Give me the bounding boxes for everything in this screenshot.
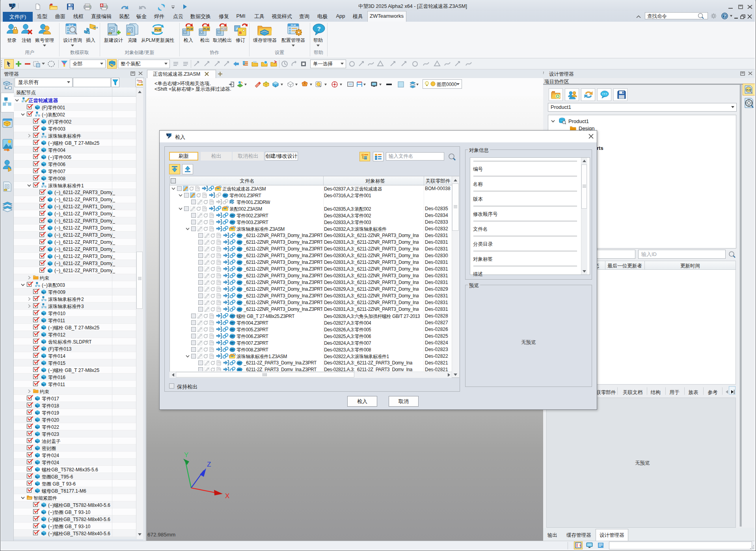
svg-text:Y: Y [184,452,188,459]
svg-text:PLM: PLM [93,26,98,29]
svg-text:T: T [579,544,581,547]
svg-text:PLM: PLM [203,28,209,30]
svg-text:X: X [225,492,229,500]
svg-text:?: ? [723,14,726,19]
svg-text:Z: Z [207,461,211,468]
svg-text:?: ? [317,25,320,32]
svg-text:PLM: PLM [746,89,751,91]
svg-text:PLM: PLM [155,28,161,32]
svg-text:PLM: PLM [4,189,7,191]
svg-text:PLM: PLM [187,28,193,30]
svg-text:PLM: PLM [221,28,227,30]
svg-text:PLM: PLM [108,32,112,34]
svg-text:B: B [239,31,242,35]
svg-text:PLM: PLM [291,24,296,26]
svg-text:PLM: PLM [69,24,73,26]
